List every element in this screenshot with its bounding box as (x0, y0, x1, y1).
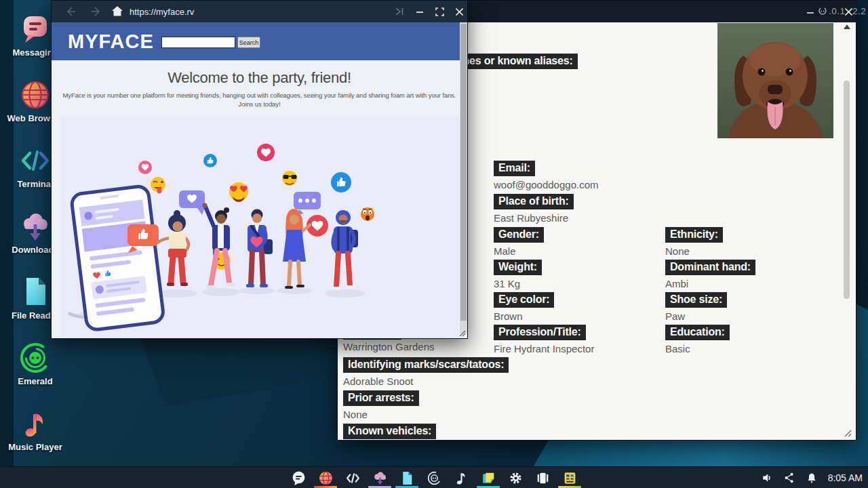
system-tray: 8:05 AM (761, 467, 863, 488)
minimize-icon (416, 7, 424, 16)
taskbar-emerald[interactable] (420, 467, 448, 488)
taskbar-music-player[interactable] (448, 467, 475, 488)
desktop-icon-emerald[interactable]: Emerald (1, 341, 69, 386)
document-icon (399, 470, 415, 486)
email-field: Email: woof@gooddoggo.com (494, 161, 599, 190)
social-illustration (60, 116, 458, 338)
profession-field: Profession/Title: Fire Hydrant Inspector (494, 325, 594, 354)
download-cloud-icon (18, 209, 52, 243)
weight-field: Weight: 31 Kg (494, 260, 542, 289)
gender-field: Gender: Male (494, 227, 544, 257)
emerald-icon (18, 341, 52, 375)
minimize-button[interactable] (802, 1, 819, 22)
desktop: Messaging Web Browser (0, 0, 868, 488)
desktop-icon-label: Music Player (8, 442, 62, 452)
music-note-icon (18, 407, 52, 441)
emerald-icon (427, 470, 442, 486)
eye-color-field: Eye color: Brown (494, 292, 554, 322)
globe-icon (18, 78, 52, 112)
taskbar-reader[interactable] (529, 467, 556, 488)
chat-icon (291, 470, 307, 486)
address-field-value: Warrington Gardens (343, 341, 435, 352)
known-vehicles-field: Known vehicles: (343, 424, 436, 439)
place-of-birth-field: Place of birth: East Rubyeshire (494, 194, 574, 224)
scroll-up-arrow-icon[interactable] (844, 24, 850, 29)
taskbar-messaging[interactable] (285, 467, 312, 488)
search-button[interactable]: Search (237, 37, 260, 48)
taskbar: 8:05 AM (0, 466, 868, 488)
home-button[interactable] (111, 5, 123, 20)
clock: 8:05 AM (828, 472, 863, 483)
dog-photo (717, 23, 833, 138)
back-button[interactable] (65, 6, 77, 20)
chat-icon (18, 12, 52, 46)
forward-button[interactable] (90, 6, 102, 20)
resize-grip-icon (459, 330, 466, 337)
sticky-notes-icon (481, 470, 496, 486)
taskbar-terminal[interactable] (339, 467, 366, 488)
gear-icon (508, 470, 524, 486)
profile-scrollbar-thumb[interactable] (844, 81, 850, 299)
book-icon (535, 470, 551, 486)
minimize-button[interactable] (411, 1, 429, 22)
close-icon (455, 7, 464, 16)
desktop-icon-label: Terminal (17, 179, 53, 189)
version-icon (818, 6, 827, 18)
document-icon (18, 275, 52, 309)
desktop-icon-music-player[interactable]: Music Player (1, 407, 69, 452)
sidebar-toggle-icon[interactable] (395, 6, 405, 20)
browser-resize-grip[interactable] (459, 330, 466, 337)
shoe-size-field: Shoe size: Paw (665, 292, 727, 322)
myface-header: MYFACE Search (52, 22, 467, 60)
taskbar-web-browser[interactable] (312, 467, 339, 488)
music-note-icon (454, 470, 469, 486)
browser-titlebar[interactable]: https://myface.rv (52, 1, 467, 22)
resize-grip-icon (843, 428, 852, 437)
close-button[interactable] (450, 1, 468, 22)
taskbar-calculator[interactable] (556, 467, 583, 488)
volume-icon[interactable] (761, 472, 773, 484)
desktop-icon-label: Emerald (18, 376, 52, 386)
notifications-bell-icon[interactable] (806, 472, 818, 484)
profile-resize-grip[interactable] (843, 428, 852, 437)
calculator-icon (562, 470, 578, 486)
version-overlay-suffix: 2.2 (852, 6, 866, 16)
version-overlay-prefix: .0.1 (829, 6, 846, 16)
search-input[interactable] (161, 37, 235, 48)
marks-field: Identifying marks/scars/tatoos: Adorable… (343, 357, 509, 387)
myface-page: Welcome to the party, friend! MyFace is … (52, 60, 467, 338)
globe-icon (318, 470, 334, 486)
education-field: Education: Basic (665, 325, 730, 354)
minimize-icon (806, 7, 814, 16)
page-title: Welcome to the party, friend! (79, 69, 440, 87)
people-graphic (159, 203, 358, 291)
taskbar-downloads[interactable] (366, 467, 393, 488)
code-icon (18, 144, 52, 178)
browser-window: https://myface.rv MYFACE Search Welcome … (51, 0, 468, 339)
taskbar-apps (285, 467, 583, 488)
page-tagline: MyFace is your number one platform for m… (58, 92, 462, 109)
site-logo: MYFACE (68, 30, 154, 53)
browser-scrollbar-thumb[interactable] (460, 24, 467, 321)
maximize-button[interactable] (431, 1, 448, 22)
taskbar-file-reader[interactable] (393, 467, 420, 488)
share-icon[interactable] (783, 472, 795, 484)
home-icon (111, 5, 123, 17)
taskbar-settings[interactable] (502, 467, 529, 488)
ethnicity-field: Ethnicity: None (665, 227, 723, 257)
url-bar[interactable]: https://myface.rv (130, 7, 194, 17)
taskbar-notes[interactable] (475, 467, 502, 488)
phone-graphic (71, 185, 164, 330)
prior-arrests-field: Prior arrests: None (343, 390, 419, 420)
browser-scrollbar[interactable] (460, 22, 467, 333)
fullscreen-icon (435, 7, 444, 16)
code-icon (345, 470, 361, 486)
download-cloud-icon (372, 470, 388, 486)
dominant-hand-field: Dominant hand: Ambi (665, 260, 755, 289)
